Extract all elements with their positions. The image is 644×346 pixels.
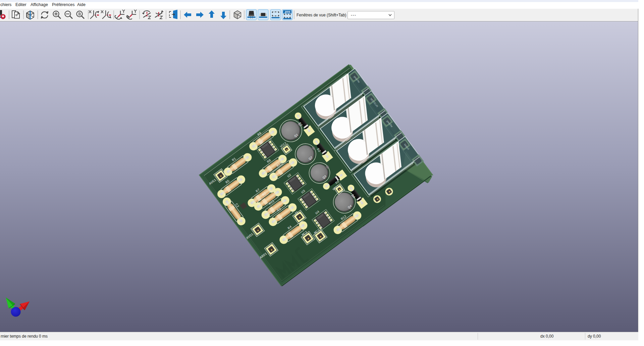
svg-text:.pos: .pos [284, 10, 290, 13]
